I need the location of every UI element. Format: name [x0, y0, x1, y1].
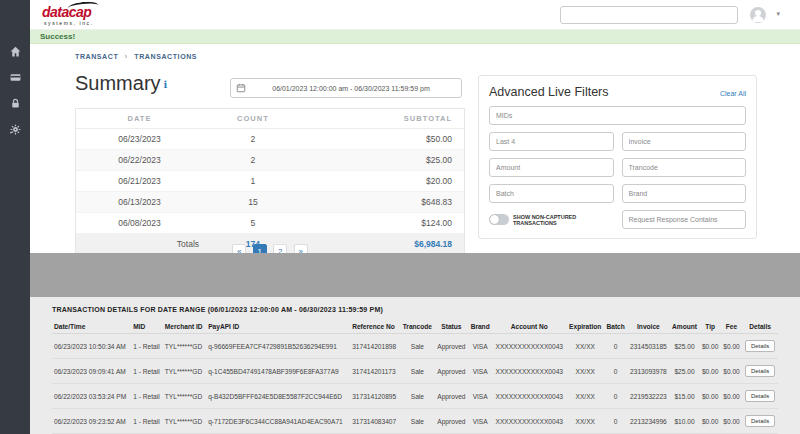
date-range-picker[interactable]	[230, 78, 462, 98]
page-title: Summaryℹ	[75, 72, 167, 95]
cell: $0.00	[700, 384, 721, 409]
cell: Details	[742, 359, 778, 384]
sidebar-item-home[interactable]	[0, 38, 30, 64]
app-root: datacap systems, inc. ▾ Success! TRANSAC…	[0, 0, 800, 434]
filters-panel: Advanced Live Filters Clear All SHOW NON…	[478, 75, 757, 239]
table-row: 06/21/2023 1 $20.00	[76, 171, 464, 192]
breadcrumb-transact[interactable]: TRANSACT	[75, 53, 118, 60]
table-row: 06/22/2023 09:23:52 AM 1 - Retail TYL***…	[52, 409, 778, 434]
cell: Approved	[435, 384, 469, 409]
breadcrumb-transactions[interactable]: TRANSACTIONS	[134, 53, 197, 60]
breadcrumb-separator: ›	[125, 53, 128, 60]
cell-count: 2	[203, 150, 303, 171]
non-captured-toggle[interactable]	[489, 214, 509, 225]
cell-subtotal: $648.83	[303, 192, 464, 213]
filter-last4-input[interactable]	[489, 132, 614, 151]
cell: VISA	[468, 384, 492, 409]
filter-mids-input[interactable]	[489, 106, 746, 125]
logo: datacap systems, inc.	[42, 4, 94, 26]
cell-count: 1	[203, 171, 303, 192]
filter-request-response-input[interactable]	[622, 210, 747, 229]
column-header: Trancode	[400, 320, 435, 334]
column-header: Date/Time	[52, 320, 131, 334]
transaction-details-section: TRANSACTION DETAILS FOR DATE RANGE (06/0…	[30, 297, 800, 434]
details-button[interactable]: Details	[745, 390, 775, 402]
cell: Approved	[435, 409, 469, 434]
sidebar-item-settings[interactable]	[0, 116, 30, 142]
user-icon	[750, 9, 766, 23]
info-icon[interactable]: ℹ	[164, 79, 168, 90]
cell: XX/XX	[566, 334, 604, 359]
cell: TYL******GD	[163, 384, 206, 409]
cell: 1 - Retail	[131, 384, 163, 409]
cell: Approved	[435, 359, 469, 384]
cell: $15.00	[670, 384, 700, 409]
cell: 0	[604, 334, 627, 359]
date-range-input[interactable]	[246, 85, 456, 92]
sidebar-item-security[interactable]	[0, 90, 30, 116]
page-title-text: Summary	[75, 72, 161, 94]
caret-down-icon[interactable]: ▾	[776, 10, 780, 18]
filter-invoice-input[interactable]	[622, 132, 747, 151]
sidebar	[0, 0, 30, 434]
cell: 1 - Retail	[131, 409, 163, 434]
details-table: Date/Time MID Merchant ID PayAPI ID Refe…	[52, 320, 778, 434]
column-header: Details	[742, 320, 778, 334]
filter-trancode-input[interactable]	[622, 158, 747, 177]
cell: q-96669FEEA7CF4729891B52636294E991	[206, 334, 350, 359]
logo-subtitle: systems, inc.	[42, 21, 94, 26]
cell: 317414201898	[350, 334, 400, 359]
details-button[interactable]: Details	[745, 365, 775, 377]
column-header: Reference No	[350, 320, 400, 334]
cell: TYL******GD	[163, 334, 206, 359]
cell: 0	[604, 359, 627, 384]
cell: TYL******GD	[163, 359, 206, 384]
cell: 2314503185	[627, 334, 669, 359]
column-header-subtotal: SUBTOTAL	[303, 109, 464, 129]
cell: TYL******GD	[163, 409, 206, 434]
cell: 06/22/2023 09:23:52 AM	[52, 409, 131, 434]
summary-table-card: DATE COUNT SUBTOTAL 06/23/2023 2 $50.00 …	[75, 108, 465, 255]
cell-date: 06/21/2023	[76, 171, 203, 192]
filter-batch-input[interactable]	[489, 184, 614, 203]
filter-amount-input[interactable]	[489, 158, 614, 177]
sidebar-item-transactions[interactable]	[0, 64, 30, 90]
column-header: Batch	[604, 320, 627, 334]
lock-icon	[9, 97, 22, 110]
cell: XXXXXXXXXXXX0043	[492, 334, 566, 359]
details-button[interactable]: Details	[745, 340, 775, 352]
cell: Sale	[400, 359, 435, 384]
cell: 2313093978	[627, 359, 669, 384]
avatar[interactable]	[750, 7, 766, 23]
page-background-band	[30, 253, 800, 297]
cell: 317314083407	[350, 409, 400, 434]
cell: Details	[742, 384, 778, 409]
cell-subtotal: $124.00	[303, 213, 464, 234]
column-header: Fee	[721, 320, 742, 334]
cell: XXXXXXXXXXXX0043	[492, 409, 566, 434]
column-header-date: DATE	[76, 109, 203, 129]
column-header: Merchant ID	[163, 320, 206, 334]
column-header: Brand	[468, 320, 492, 334]
cell: $0.00	[721, 409, 742, 434]
toggle-knob	[490, 215, 499, 224]
cell-count: 15	[203, 192, 303, 213]
column-header: Account No	[492, 320, 566, 334]
search-input[interactable]	[561, 11, 737, 27]
filter-brand-input[interactable]	[622, 184, 747, 203]
details-button[interactable]: Details	[745, 415, 775, 427]
cell: 0	[604, 409, 627, 434]
table-row: 06/13/2023 15 $648.83	[76, 192, 464, 213]
cell: q-B432D5BFFF624E5D8E5587F2CC944E6D	[206, 384, 350, 409]
calendar-icon	[236, 79, 246, 97]
cell: XX/XX	[566, 409, 604, 434]
table-row: 06/08/2023 5 $124.00	[76, 213, 464, 234]
cell-subtotal: $25.00	[303, 150, 464, 171]
cell: XXXXXXXXXXXX0043	[492, 384, 566, 409]
cell: $0.00	[721, 359, 742, 384]
cell: $0.00	[721, 334, 742, 359]
cell-count: 2	[203, 129, 303, 150]
clear-all-link[interactable]: Clear All	[720, 90, 746, 97]
summary-table: DATE COUNT SUBTOTAL 06/23/2023 2 $50.00 …	[76, 109, 464, 254]
cell: 0	[604, 384, 627, 409]
